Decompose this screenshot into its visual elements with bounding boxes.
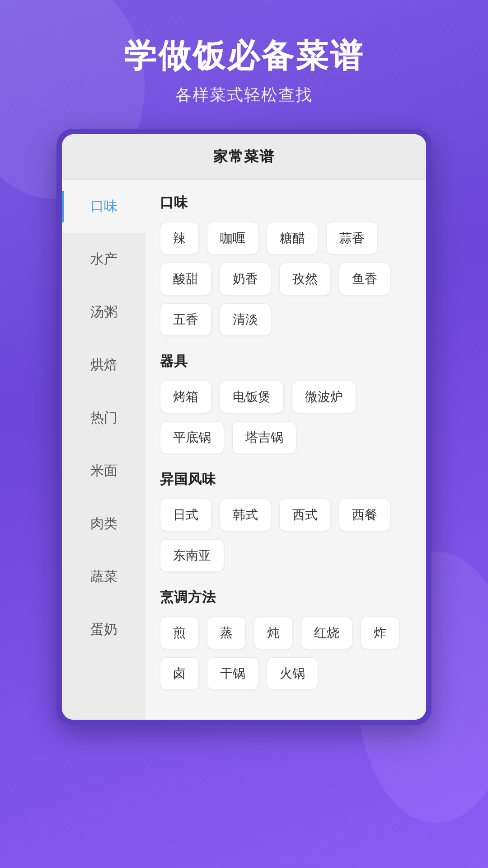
sidebar-item-mimian[interactable]: 米面 <box>62 444 145 497</box>
tag-微波炉[interactable]: 微波炉 <box>292 381 356 413</box>
tag-糖醋[interactable]: 糖醋 <box>267 222 318 255</box>
sidebar-item-shucai[interactable]: 蔬菜 <box>62 550 145 603</box>
tag-炖[interactable]: 炖 <box>254 617 293 649</box>
tag-酸甜[interactable]: 酸甜 <box>160 263 211 295</box>
tag-清淡[interactable]: 清淡 <box>220 303 271 336</box>
section-title-qiju: 器具 <box>160 352 412 371</box>
sidebar-item-remen[interactable]: 热门 <box>62 392 145 444</box>
tag-西式[interactable]: 西式 <box>279 499 331 531</box>
card-header: 家常菜谱 <box>62 134 426 180</box>
card-body: 口味水产汤粥烘焙热门米面肉类蔬菜蛋奶 口味辣咖喱糖醋蒜香酸甜奶香孜然鱼香五香清淡… <box>62 180 426 720</box>
sidebar-item-kouwei[interactable]: 口味 <box>62 180 145 233</box>
card-wrapper: 家常菜谱 口味水产汤粥烘焙热门米面肉类蔬菜蛋奶 口味辣咖喱糖醋蒜香酸甜奶香孜然鱼… <box>56 129 432 725</box>
sidebar-item-hongbei[interactable]: 烘焙 <box>62 339 145 392</box>
tag-孜然[interactable]: 孜然 <box>279 263 331 295</box>
tags-grid-kouwei: 辣咖喱糖醋蒜香酸甜奶香孜然鱼香五香清淡 <box>160 222 412 336</box>
section-pengtiao: 烹调方法煎蒸炖红烧炸卤干锅火锅 <box>160 588 412 690</box>
tag-咖喱[interactable]: 咖喱 <box>207 222 258 255</box>
sidebar-item-roulei[interactable]: 肉类 <box>62 497 145 550</box>
tag-蒜香[interactable]: 蒜香 <box>326 222 378 255</box>
section-title-kouwei: 口味 <box>160 193 412 212</box>
tag-奶香[interactable]: 奶香 <box>220 263 271 295</box>
tag-干锅[interactable]: 干锅 <box>207 657 258 690</box>
tag-鱼香[interactable]: 鱼香 <box>339 263 390 295</box>
tag-东南亚[interactable]: 东南亚 <box>160 539 224 572</box>
main-content: 口味辣咖喱糖醋蒜香酸甜奶香孜然鱼香五香清淡器具烤箱电饭煲微波炉平底锅塔吉锅异国风… <box>145 180 426 720</box>
tag-西餐[interactable]: 西餐 <box>339 499 390 531</box>
tag-红烧[interactable]: 红烧 <box>301 617 352 649</box>
tag-蒸[interactable]: 蒸 <box>207 617 246 649</box>
sidebar-item-dannai[interactable]: 蛋奶 <box>62 603 145 656</box>
tag-五香[interactable]: 五香 <box>160 303 211 336</box>
tags-grid-yiguo: 日式韩式西式西餐东南亚 <box>160 499 412 572</box>
section-yiguo: 异国风味日式韩式西式西餐东南亚 <box>160 470 412 572</box>
tag-电饭煲[interactable]: 电饭煲 <box>220 381 284 413</box>
tag-煎[interactable]: 煎 <box>160 617 199 649</box>
tag-塔吉锅[interactable]: 塔吉锅 <box>232 421 296 454</box>
tag-卤[interactable]: 卤 <box>160 657 199 690</box>
section-title-pengtiao: 烹调方法 <box>160 588 412 607</box>
hero-section: 学做饭必备菜谱 各样菜式轻松查找 <box>124 36 364 106</box>
tags-grid-qiju: 烤箱电饭煲微波炉平底锅塔吉锅 <box>160 381 412 454</box>
tag-辣[interactable]: 辣 <box>160 222 199 255</box>
tags-grid-pengtiao: 煎蒸炖红烧炸卤干锅火锅 <box>160 617 412 690</box>
section-kouwei: 口味辣咖喱糖醋蒜香酸甜奶香孜然鱼香五香清淡 <box>160 193 412 336</box>
tag-烤箱[interactable]: 烤箱 <box>160 381 211 413</box>
recipe-card: 家常菜谱 口味水产汤粥烘焙热门米面肉类蔬菜蛋奶 口味辣咖喱糖醋蒜香酸甜奶香孜然鱼… <box>62 134 426 720</box>
hero-subtitle: 各样菜式轻松查找 <box>124 84 364 106</box>
tag-韩式[interactable]: 韩式 <box>220 499 271 531</box>
card-header-title: 家常菜谱 <box>62 147 426 167</box>
sidebar-item-tangzhou[interactable]: 汤粥 <box>62 286 145 339</box>
section-title-yiguo: 异国风味 <box>160 470 412 489</box>
sidebar: 口味水产汤粥烘焙热门米面肉类蔬菜蛋奶 <box>62 180 145 720</box>
section-qiju: 器具烤箱电饭煲微波炉平底锅塔吉锅 <box>160 352 412 454</box>
tag-炸[interactable]: 炸 <box>361 617 399 649</box>
tag-火锅[interactable]: 火锅 <box>267 657 318 690</box>
hero-title: 学做饭必备菜谱 <box>124 36 364 75</box>
tag-平底锅[interactable]: 平底锅 <box>160 421 224 454</box>
sidebar-item-shuichan[interactable]: 水产 <box>62 233 145 286</box>
tag-日式[interactable]: 日式 <box>160 499 211 531</box>
